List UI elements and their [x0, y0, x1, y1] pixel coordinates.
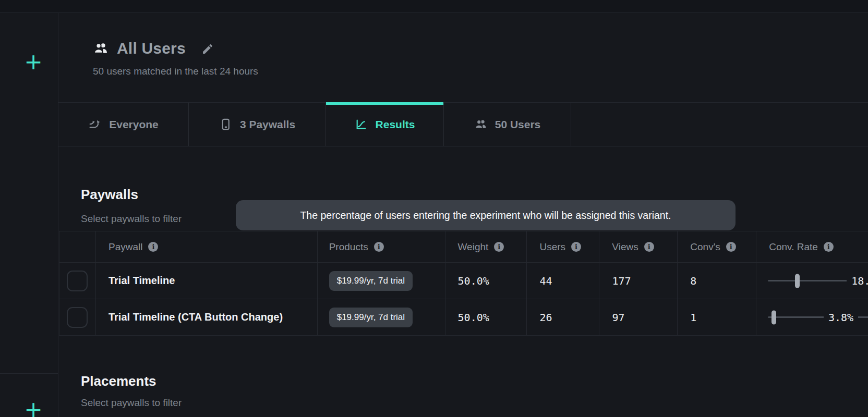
column-header-conv-rate: Conv. Rate — [769, 241, 818, 253]
conv-rate-slider: 3.8% — [756, 299, 868, 335]
paywall-name: Trial Timeline — [108, 275, 175, 287]
product-chip: $19.99/yr, 7d trial — [329, 308, 413, 327]
tab-label: Results — [376, 118, 415, 131]
info-icon[interactable]: i — [644, 242, 654, 252]
tab-users[interactable]: 50 Users — [444, 103, 571, 146]
experiment-dashboard: + + All Users 50 users matched in the la… — [0, 0, 868, 417]
users-icon — [93, 41, 108, 56]
info-icon[interactable]: i — [374, 242, 384, 252]
table-row: Trial Timeline $19.99/yr, 7d trial 50.0%… — [59, 263, 868, 299]
views-value: 177 — [599, 263, 678, 299]
paywalls-section-subtitle: Select paywalls to filter — [81, 213, 182, 225]
info-icon[interactable]: i — [726, 242, 736, 252]
weight-tooltip: The percentage of users entering the exp… — [236, 200, 736, 230]
tab-label: Everyone — [109, 118, 159, 131]
slider-handle[interactable] — [771, 310, 776, 324]
row-checkbox[interactable] — [67, 307, 88, 328]
users-icon — [474, 118, 487, 131]
views-value: 97 — [599, 299, 678, 335]
slider-value: 3.8% — [824, 310, 858, 325]
header-checkbox-cell — [59, 231, 96, 262]
sidebar-divider — [0, 373, 58, 374]
product-chip: $19.99/yr, 7d trial — [329, 271, 413, 291]
weight-value: 50.0% — [445, 263, 527, 299]
column-header-products: Products — [329, 241, 368, 253]
users-value: 44 — [527, 263, 599, 299]
add-placement-button[interactable]: + — [24, 400, 43, 417]
info-icon[interactable]: i — [148, 242, 158, 252]
slider-handle[interactable] — [795, 274, 800, 288]
slider-value: 18.2% — [847, 273, 868, 289]
column-header-views: Views — [612, 241, 638, 253]
column-header-convs: Conv's — [690, 241, 720, 253]
table-row: Trial Timeline (CTA Button Change) $19.9… — [59, 299, 868, 336]
convs-value: 1 — [678, 299, 756, 335]
split-arrow-icon — [88, 118, 101, 131]
segments-sidebar: + + — [0, 13, 58, 417]
tab-label: 50 Users — [495, 118, 541, 131]
info-icon[interactable]: i — [571, 242, 581, 252]
column-header-users: Users — [539, 241, 565, 253]
table-header-row: Paywall i Products i Weight i Users i Vi… — [59, 231, 868, 263]
top-bar — [0, 0, 868, 13]
weight-value: 50.0% — [445, 299, 527, 335]
tooltip-text: The percentage of users entering the exp… — [300, 210, 671, 222]
convs-value: 8 — [678, 263, 756, 299]
tab-paywalls[interactable]: 3 Paywalls — [189, 103, 326, 146]
tab-bar: Everyone 3 Paywalls Results — [58, 102, 868, 146]
row-checkbox[interactable] — [67, 271, 88, 291]
phone-icon — [219, 118, 232, 131]
edit-pencil-icon[interactable] — [201, 43, 214, 55]
placements-section-title: Placements — [81, 373, 156, 389]
paywall-name: Trial Timeline (CTA Button Change) — [108, 311, 283, 323]
add-segment-button[interactable]: + — [24, 53, 43, 71]
paywalls-section-title: Paywalls — [81, 187, 138, 203]
segment-title: All Users — [117, 40, 186, 57]
column-header-paywall: Paywall — [108, 241, 142, 253]
users-value: 26 — [527, 299, 599, 335]
conv-rate-slider: 18.2% — [756, 263, 868, 299]
placements-section-subtitle: Select paywalls to filter — [81, 397, 182, 409]
tab-label: 3 Paywalls — [240, 118, 295, 131]
segment-subtitle: 50 users matched in the last 24 hours — [93, 66, 258, 77]
tab-everyone[interactable]: Everyone — [58, 103, 189, 146]
info-icon[interactable]: i — [494, 242, 504, 252]
tab-results[interactable]: Results — [326, 103, 444, 146]
column-header-weight: Weight — [458, 241, 489, 253]
info-icon[interactable]: i — [824, 242, 834, 252]
line-chart-icon — [355, 118, 368, 131]
paywalls-table: Paywall i Products i Weight i Users i Vi… — [59, 231, 868, 336]
